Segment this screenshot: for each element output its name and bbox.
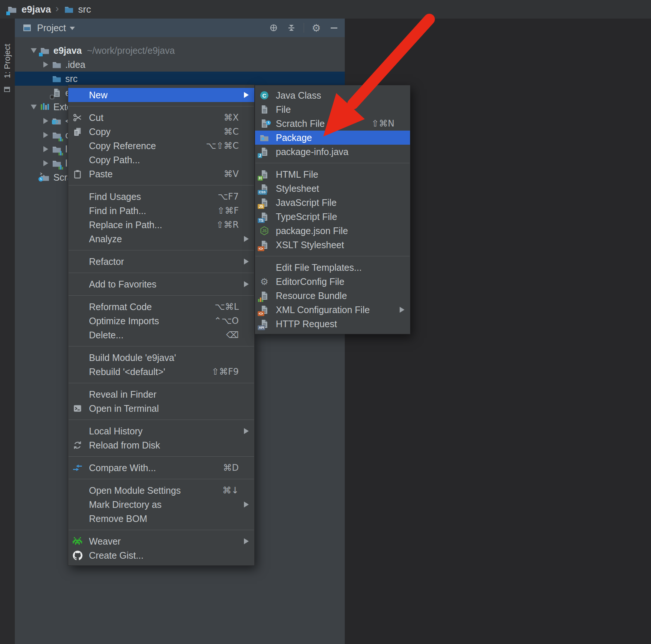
menuitem-create-gist[interactable]: Create Gist... <box>68 548 254 562</box>
resource-bundle-icon <box>259 290 270 301</box>
menuitem-analyze[interactable]: Analyze <box>68 232 254 246</box>
collapsed-arrow-icon[interactable] <box>40 132 51 138</box>
js-file-icon: JS <box>259 197 270 208</box>
menuitem-package-json-file[interactable]: JSpackage.json File <box>255 224 410 238</box>
menuitem-copy-path[interactable]: Copy Path... <box>68 153 254 167</box>
empty-icon-slot <box>72 389 83 400</box>
collapsed-arrow-icon[interactable] <box>40 118 51 124</box>
menuitem-build-module-e9java[interactable]: Build Module 'e9java' <box>68 351 254 365</box>
menuitem-label: Package <box>276 132 312 143</box>
external-libraries-icon <box>39 101 50 112</box>
breadcrumb-label: src <box>78 4 91 15</box>
submenu-arrow-icon <box>244 259 249 264</box>
package-icon <box>259 132 270 143</box>
expanded-arrow-icon[interactable] <box>28 48 39 53</box>
breadcrumb-item-src[interactable]: src <box>63 4 91 15</box>
gear-icon[interactable]: ⚙ <box>311 22 322 33</box>
menu-separator <box>69 250 254 250</box>
scratches-icon: > <box>39 172 50 183</box>
submenu-arrow-icon <box>244 502 249 507</box>
menuitem-refactor[interactable]: Refactor <box>68 254 254 269</box>
menuitem-html-file[interactable]: HHTML File <box>255 167 410 181</box>
submenu-arrow-icon <box>244 538 249 544</box>
scissors-icon <box>72 112 83 123</box>
menuitem-optimize-imports[interactable]: Optimize Imports⌃⌥O <box>68 314 254 328</box>
submenu-arrow-icon <box>400 307 404 313</box>
collapse-all-icon[interactable] <box>286 22 297 33</box>
empty-icon-slot <box>72 352 83 363</box>
menuitem-shortcut: ⇧⌘F9 <box>201 367 239 377</box>
menuitem-find-in-path[interactable]: Find in Path...⇧⌘F <box>68 204 254 218</box>
tool-window-stripe-button[interactable]: 1: Project <box>0 38 15 84</box>
menuitem-http-request[interactable]: APIHTTP Request <box>255 317 410 331</box>
menuitem-compare-with[interactable]: Compare With...⌘D <box>68 461 254 475</box>
menuitem-label: Reformat Code <box>89 302 152 312</box>
menuitem-xml-configuration-file[interactable]: <>XML Configuration File <box>255 303 410 317</box>
empty-icon-slot <box>72 233 83 244</box>
menuitem-add-to-favorites[interactable]: Add to Favorites <box>68 277 254 291</box>
tool-window-icon <box>4 86 10 94</box>
submenu-arrow-icon <box>244 281 249 287</box>
menuitem-mark-directory-as[interactable]: Mark Directory as <box>68 497 254 512</box>
menuitem-rebuild-default[interactable]: Rebuild '<default>'⇧⌘F9 <box>68 365 254 379</box>
menuitem-delete[interactable]: Delete...⌫ <box>68 328 254 342</box>
tree-item-idea[interactable]: .idea <box>15 58 345 72</box>
panel-title[interactable]: Project <box>37 23 66 33</box>
menuitem-new[interactable]: New <box>68 88 254 102</box>
github-icon <box>72 550 83 561</box>
xslt-file-icon: <> <box>259 239 270 250</box>
menu-separator <box>69 456 254 457</box>
menuitem-editorconfig-file[interactable]: ⚙EditorConfig File <box>255 275 410 289</box>
menuitem-typescript-file[interactable]: TSTypeScript File <box>255 210 410 224</box>
iml-file-icon <box>51 87 62 98</box>
menuitem-cut[interactable]: Cut⌘X <box>68 111 254 125</box>
collapsed-arrow-icon[interactable] <box>40 62 51 68</box>
menuitem-paste[interactable]: Paste⌘V <box>68 167 254 181</box>
menuitem-open-in-terminal[interactable]: Open in Terminal <box>68 401 254 415</box>
breadcrumb-item-e9java[interactable]: e9java <box>7 4 51 15</box>
menuitem-label: Create Gist... <box>89 550 143 561</box>
menuitem-label: Copy Reference <box>89 141 156 151</box>
menuitem-shortcut: ⌥⇧⌘C <box>195 141 239 151</box>
collapsed-arrow-icon[interactable] <box>40 160 51 166</box>
hide-icon[interactable] <box>328 22 340 33</box>
locate-icon[interactable] <box>268 22 279 33</box>
chevron-down-icon[interactable] <box>70 27 75 30</box>
menuitem-label: Weaver <box>89 536 121 547</box>
project-folder-icon <box>7 4 18 15</box>
menuitem-open-module-settings[interactable]: Open Module Settings⌘↓ <box>68 483 254 497</box>
menuitem-xslt-stylesheet[interactable]: <>XSLT Stylesheet <box>255 238 410 252</box>
menuitem-scratch-file[interactable]: Scratch File⇧⌘N <box>255 116 410 131</box>
menuitem-find-usages[interactable]: Find Usages⌥F7 <box>68 190 254 204</box>
expanded-arrow-icon[interactable] <box>28 105 39 109</box>
empty-icon-slot <box>72 485 83 496</box>
menuitem-file[interactable]: File <box>255 102 410 116</box>
menuitem-javascript-file[interactable]: JSJavaScript File <box>255 196 410 210</box>
menuitem-edit-file-templates[interactable]: Edit File Templates... <box>255 260 410 275</box>
submenu-arrow-icon <box>244 236 249 242</box>
tree-item-e9java[interactable]: e9java~/work/project/e9java <box>15 43 345 58</box>
tree-item-src[interactable]: src <box>15 72 345 86</box>
menuitem-package[interactable]: Package <box>255 131 410 145</box>
menuitem-weaver[interactable]: Weaver <box>68 534 254 548</box>
menuitem-reformat-code[interactable]: Reformat Code⌥⌘L <box>68 300 254 314</box>
menuitem-label: Reload from Disk <box>89 440 160 451</box>
empty-icon-slot <box>72 301 83 312</box>
menuitem-java-class[interactable]: CJava Class <box>255 88 410 102</box>
menuitem-copy[interactable]: Copy⌘C <box>68 125 254 139</box>
menuitem-local-history[interactable]: Local History <box>68 424 254 438</box>
menuitem-remove-bom[interactable]: Remove BOM <box>68 512 254 526</box>
compare-icon <box>72 462 83 473</box>
menuitem-stylesheet[interactable]: CSSStylesheet <box>255 181 410 196</box>
menuitem-reload-from-disk[interactable]: Reload from Disk <box>68 438 254 452</box>
menuitem-label: Copy Path... <box>89 155 140 165</box>
menuitem-label: Java Class <box>276 90 321 101</box>
menuitem-copy-reference[interactable]: Copy Reference⌥⇧⌘C <box>68 139 254 153</box>
menuitem-resource-bundle[interactable]: Resource Bundle <box>255 289 410 303</box>
menuitem-replace-in-path[interactable]: Replace in Path...⇧⌘R <box>68 218 254 232</box>
menuitem-package-info-java[interactable]: Jpackage-info.java <box>255 145 410 159</box>
collapsed-arrow-icon[interactable] <box>40 146 51 152</box>
menuitem-shortcut: ⌘C <box>212 126 239 137</box>
menu-separator <box>69 530 254 530</box>
menuitem-reveal-in-finder[interactable]: Reveal in Finder <box>68 387 254 401</box>
